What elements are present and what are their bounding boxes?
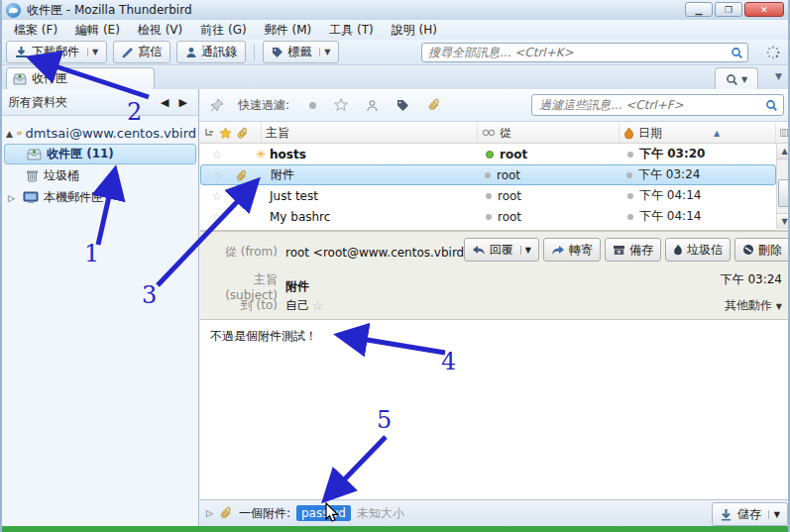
reply-button[interactable]: 回覆 ▼	[464, 238, 539, 262]
message-row-my-bashrc[interactable]: ☆ My bashrc root 下午 04:14	[200, 206, 776, 227]
account-row[interactable]: ▲ dmtsai@www.centos.vbird	[2, 124, 198, 143]
to-star-icon[interactable]: ☆	[312, 299, 323, 313]
tab-inbox[interactable]: 收件匣	[6, 67, 155, 89]
message-body[interactable]: 不過是個附件測試！	[200, 320, 790, 496]
star-column-icon	[219, 127, 232, 140]
column-icons[interactable]	[200, 123, 262, 143]
row-star-icon[interactable]: ☆	[200, 210, 234, 224]
menu-view[interactable]: 檢視 (V)	[130, 20, 190, 41]
scroll-down-icon[interactable]: ▼	[777, 213, 790, 229]
search-icon[interactable]	[731, 47, 743, 59]
forward-button[interactable]: 轉寄	[543, 238, 601, 262]
filter-unread-icon[interactable]	[309, 102, 316, 109]
filter-search-icon[interactable]	[765, 99, 778, 112]
person-icon	[185, 47, 197, 58]
column-subject[interactable]: 主旨	[262, 123, 478, 143]
attachment-expander-icon[interactable]: ▷	[206, 508, 213, 518]
folder-inbox[interactable]: 收件匣 (11)	[4, 144, 196, 164]
folder-pane: 所有資料夾 ◀ ▶ ▲ dmtsai@www.centos.vbird 收件匣 …	[2, 89, 199, 526]
subject-value: 附件	[285, 278, 309, 295]
message-row-attachment[interactable]: ☆ 附件 root 下午 03:24	[200, 164, 776, 185]
local-twisty-icon[interactable]: ▷	[8, 193, 18, 203]
row-star-icon[interactable]: ☆	[200, 148, 234, 161]
local-folders-label: 本機郵件匣	[44, 189, 103, 206]
trash-folder-label: 垃圾桶	[44, 167, 79, 184]
pin-icon[interactable]	[210, 98, 224, 112]
message-row-just-test[interactable]: ☆ Just test root 下午 04:14	[200, 185, 776, 206]
row-star-icon[interactable]: ☆	[200, 189, 234, 203]
address-book-button[interactable]: 通訊錄	[176, 41, 246, 63]
scroll-up-icon[interactable]: ▲	[777, 144, 790, 160]
message-row-hosts[interactable]: ☆ ✳ hosts root 下午 03:20	[200, 144, 776, 164]
attachment-file-name[interactable]: passwd	[296, 505, 351, 521]
folder-pane-header: 所有資料夾 ◀ ▶	[2, 89, 198, 116]
save-dropdown[interactable]: ▼	[768, 510, 780, 519]
message-list-header: 主旨 從 日期 ▲	[200, 123, 790, 144]
filter-attachment-icon[interactable]	[427, 98, 441, 112]
row-attachment-icon	[235, 169, 248, 182]
global-search-box[interactable]	[421, 43, 748, 62]
quick-filter-label: 快速過濾:	[238, 97, 289, 114]
tag-icon	[272, 47, 283, 58]
inbox-folder-label: 收件匣 (11)	[47, 146, 114, 162]
thread-column-icon	[204, 128, 215, 139]
minimize-button[interactable]: ▁	[685, 2, 713, 17]
sort-ascending-icon: ▲	[714, 129, 720, 138]
row-star-icon[interactable]: ☆	[201, 168, 235, 182]
delete-button[interactable]: 刪除	[734, 238, 790, 262]
to-label: 到 (to)	[200, 297, 278, 314]
get-mail-button[interactable]: 下載郵件 ▼	[6, 41, 107, 63]
menu-message[interactable]: 郵件 (M)	[257, 20, 320, 41]
quick-filter-input[interactable]	[537, 97, 765, 113]
reply-dropdown[interactable]: ▼	[520, 246, 531, 255]
trash-icon	[26, 169, 39, 182]
junk-flame-icon	[673, 244, 683, 256]
tag-button[interactable]: 標籤 ▼	[263, 41, 339, 63]
save-download-icon	[720, 508, 733, 521]
tab-search-icon	[726, 73, 738, 86]
junk-button[interactable]: 垃圾信	[665, 238, 731, 262]
quick-filter-box[interactable]	[531, 94, 784, 116]
filter-contact-icon[interactable]	[366, 99, 379, 112]
archive-button[interactable]: 備存	[605, 238, 661, 262]
close-button[interactable]: ✕	[744, 2, 784, 17]
message-list-scrollbar[interactable]: ▲ ▼	[776, 144, 790, 229]
page-border-strip	[2, 526, 788, 532]
to-value[interactable]: 自己	[285, 297, 309, 314]
menu-help[interactable]: 說明 (H)	[384, 20, 445, 41]
write-button[interactable]: 寫信	[113, 41, 170, 63]
tab-bar: 收件匣 ▼ ▼	[2, 65, 788, 89]
global-search-input[interactable]	[426, 45, 731, 60]
account-name: dmtsai@www.centos.vbird	[26, 126, 196, 141]
folder-local[interactable]: ▷ 本機郵件匣	[4, 187, 196, 208]
menu-go[interactable]: 前往 (G)	[192, 20, 254, 41]
column-from[interactable]: 從	[478, 123, 620, 143]
search-tab-button[interactable]: ▼	[715, 67, 758, 90]
folder-trash[interactable]: 垃圾桶	[4, 165, 196, 186]
filter-tag-icon[interactable]	[396, 99, 409, 112]
account-twisty-icon[interactable]: ▲	[6, 129, 13, 139]
folder-view-next-icon[interactable]: ▶	[174, 96, 192, 109]
folder-view-label[interactable]: 所有資料夾	[8, 94, 67, 111]
thunderbird-window: 收件匣 - Mozilla Thunderbird ▁ ❐ ✕ 檔案 (F) 編…	[0, 0, 790, 532]
menu-edit[interactable]: 編輯 (E)	[67, 20, 128, 41]
get-mail-dropdown[interactable]: ▼	[87, 48, 98, 56]
new-mail-icon: ✳	[252, 148, 270, 161]
save-attachment-button[interactable]: 儲存 ▼	[712, 502, 788, 526]
from-label: 從 (from)	[200, 244, 278, 261]
tag-dropdown[interactable]: ▼	[319, 48, 330, 56]
filter-starred-icon[interactable]	[334, 98, 348, 112]
column-picker-icon[interactable]	[776, 123, 790, 143]
menu-file[interactable]: 檔案 (F)	[6, 20, 65, 41]
delete-icon	[742, 244, 754, 256]
from-value[interactable]: root <root@www.centos.vbird>	[285, 246, 474, 260]
column-date[interactable]: 日期 ▲	[620, 123, 776, 143]
menu-tools[interactable]: 工具 (T)	[321, 20, 382, 41]
attachment-bar: ▷ 一個附件: passwd 未知大小 儲存 ▼	[200, 499, 790, 526]
scrollbar-thumb[interactable]	[778, 179, 790, 207]
attachment-column-icon	[236, 127, 249, 140]
list-all-tabs-button[interactable]: ▼	[775, 71, 782, 81]
folder-view-prev-icon[interactable]: ◀	[156, 96, 173, 109]
maximize-button[interactable]: ❐	[715, 2, 742, 17]
other-actions-button[interactable]: 其他動作 ▼	[725, 297, 782, 314]
